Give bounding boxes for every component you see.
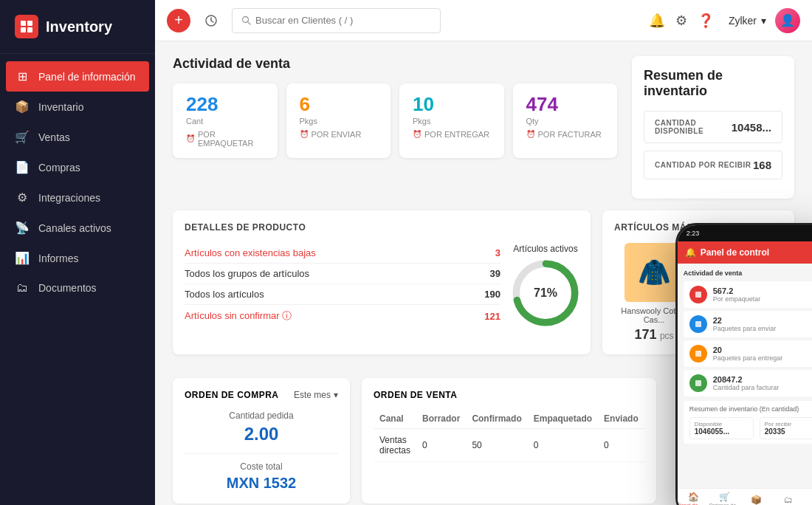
search-box[interactable] <box>232 8 441 33</box>
svg-rect-11 <box>695 351 701 357</box>
packing-value: 228 <box>186 94 264 115</box>
so-col-empaquetado: Empaquetado <box>528 409 598 429</box>
phone-nav-packages[interactable]: 📦 Paquetes <box>740 489 772 505</box>
phone-activity-item-4: 20847.2 Cantidad para facturar › <box>684 370 812 396</box>
phone-bottom-nav: 🏠 Panel de venta 🛒 Ordenes de venta 📦 Pa… <box>678 488 812 505</box>
phone-nav-home[interactable]: 🏠 Panel de venta <box>678 489 709 505</box>
sales-icon: 🛒 <box>15 130 30 144</box>
app-title: Inventory <box>46 18 112 35</box>
product-details-list: Artículos con existencias bajas 3 Todos … <box>185 243 500 327</box>
content-area: Actividad de venta 228 Cant ⏰ POR EMPAQU… <box>155 41 812 505</box>
donut-label: Artículos activos <box>513 244 577 254</box>
po-title: ORDEN DE COMPRA <box>185 390 279 400</box>
po-divider <box>185 453 338 454</box>
sidebar-item-purchases[interactable]: 📄 Compras <box>0 152 155 182</box>
phone-screen: 2:23 4G 🔔 Panel de control Actividad de … <box>678 225 812 505</box>
activity-title: Actividad de venta <box>173 56 617 72</box>
po-total-label: Coste total <box>185 461 338 472</box>
svg-rect-10 <box>695 321 701 327</box>
phone-time: 2:23 <box>687 230 700 237</box>
phone-item-value-2: 22 <box>713 316 777 325</box>
phone-item-label-1: Por empaquetar <box>713 295 761 303</box>
phone-item-text-4: 20847.2 Cantidad para facturar <box>713 375 780 391</box>
svg-rect-12 <box>695 380 701 386</box>
po-period[interactable]: Este mes ▾ <box>294 390 338 400</box>
all-value: 190 <box>484 289 500 300</box>
main-area: + 🔔 ⚙ ❓ Zylker ▾ 👤 Activid <box>155 0 812 505</box>
gear-icon[interactable]: ⚙ <box>675 13 687 29</box>
inv-receive-value: 168 <box>753 159 771 171</box>
phone-nav-more[interactable]: ··· Más <box>804 489 812 505</box>
sidebar-item-documents[interactable]: 🗂 Documentos <box>0 273 155 303</box>
delivery-footer: ⏰ POR ENTREGAR <box>413 130 491 139</box>
inventory-summary: Resumen de inventario CANTIDAD DISPONIBL… <box>632 56 794 199</box>
history-button[interactable] <box>199 9 223 32</box>
low-stock-value: 3 <box>495 247 500 258</box>
inv-summary-title: Resumen de inventario <box>644 68 782 99</box>
phone-item-value-3: 20 <box>713 346 783 354</box>
all-label: Todos los artículos <box>185 289 264 300</box>
so-title: ORDEN DE VENTA <box>374 390 644 400</box>
svg-rect-0 <box>21 21 26 26</box>
activity-card-delivery: 10 Pkgs ⏰ POR ENTREGAR <box>399 83 504 158</box>
inventory-icon: 📦 <box>15 100 30 114</box>
inv-available-label: CANTIDAD DISPONIBLE <box>655 119 732 135</box>
svg-point-5 <box>243 17 249 23</box>
so-col-confirmado: Confirmado <box>466 409 527 429</box>
groups-value: 39 <box>490 268 500 279</box>
phone-status-bar: 2:23 4G <box>678 225 812 241</box>
phone-dot-2 <box>689 315 707 333</box>
app-logo: Inventory <box>0 0 155 54</box>
donut-container: Artículos activos 71% <box>512 243 579 327</box>
sidebar-item-integrations[interactable]: ⚙ Integraciones <box>0 182 155 213</box>
search-input[interactable] <box>255 15 431 26</box>
clock-icon-2: ⏰ <box>300 130 309 138</box>
packing-label: Cant <box>186 117 264 126</box>
phone-item-label-3: Paquetes para entregar <box>713 354 783 362</box>
documents-icon: 🗂 <box>15 281 30 295</box>
sidebar-item-reports[interactable]: 📊 Informes <box>0 243 155 273</box>
po-quantity: Cantidad pedida 2.00 <box>185 410 338 444</box>
phone-item-text-3: 20 Paquetes para entregar <box>713 346 783 362</box>
packing-footer: ⏰ POR EMPAQUETAR <box>186 130 264 148</box>
phone-inv-row: Disponible 1046055... Por recibir 20335 <box>689 417 812 439</box>
clock-icon-3: ⏰ <box>413 130 422 138</box>
phone-item-label-4: Cantidad para facturar <box>713 384 780 391</box>
delivery-label: Pkgs <box>413 117 491 126</box>
sidebar-item-panel[interactable]: ⊞ Panel de información <box>6 61 149 92</box>
po-qty-value: 2.00 <box>185 424 338 444</box>
phone-nav-orders[interactable]: 🛒 Ordenes de venta <box>709 489 741 505</box>
sidebar-item-channels[interactable]: 📡 Canales activos <box>0 213 155 243</box>
phone-nav-items[interactable]: 🗂 Artículos <box>772 489 804 505</box>
panel-icon: ⊞ <box>15 69 30 83</box>
sidebar-item-label: Informes <box>38 252 78 264</box>
add-button[interactable]: + <box>167 9 190 32</box>
invoicing-value: 474 <box>526 94 605 115</box>
phone-inv-recibir-value: 20335 <box>765 427 812 436</box>
so-col-borrador: Borrador <box>416 409 466 429</box>
top-section: Actividad de venta 228 Cant ⏰ POR EMPAQU… <box>173 56 794 199</box>
sidebar-item-sales[interactable]: 🛒 Ventas <box>0 122 155 152</box>
so-canal: Ventas directas <box>374 429 416 462</box>
product-row-all: Todos los artículos 190 <box>185 284 500 305</box>
avatar[interactable]: 👤 <box>775 8 800 33</box>
po-header: ORDEN DE COMPRA Este mes ▾ <box>185 390 338 400</box>
help-icon[interactable]: ❓ <box>698 13 714 29</box>
phone-dot-1 <box>689 286 707 303</box>
phone-activity-item-3: 20 Paquetes para entregar › <box>684 340 812 367</box>
phone-activity-item-1: 567.2 Por empaquetar › <box>684 281 812 308</box>
unconfirmed-label[interactable]: Artículos sin confirmar ⓘ <box>185 309 292 323</box>
bell-icon[interactable]: 🔔 <box>649 13 665 29</box>
phone-mockup-container: 2:23 4G 🔔 Panel de control Actividad de … <box>668 366 812 504</box>
product-details-title: DETALLES DE PRODUCTO <box>185 222 579 233</box>
phone-content: Actividad de venta 567.2 Por empaquetar … <box>678 264 812 505</box>
sidebar-item-inventory[interactable]: 📦 Inventario <box>0 92 155 122</box>
inv-receive-label: CANTIDAD POR RECIBIR <box>655 161 751 169</box>
sidebar-item-label: Compras <box>38 162 80 174</box>
low-stock-label[interactable]: Artículos con existencias bajas <box>185 247 316 258</box>
svg-rect-9 <box>695 292 701 298</box>
invoicing-footer: ⏰ POR FACTURAR <box>526 130 605 139</box>
user-menu[interactable]: Zylker ▾ <box>729 15 766 27</box>
delivery-value: 10 <box>413 94 491 115</box>
groups-label: Todos los grupos de artículos <box>185 268 309 279</box>
